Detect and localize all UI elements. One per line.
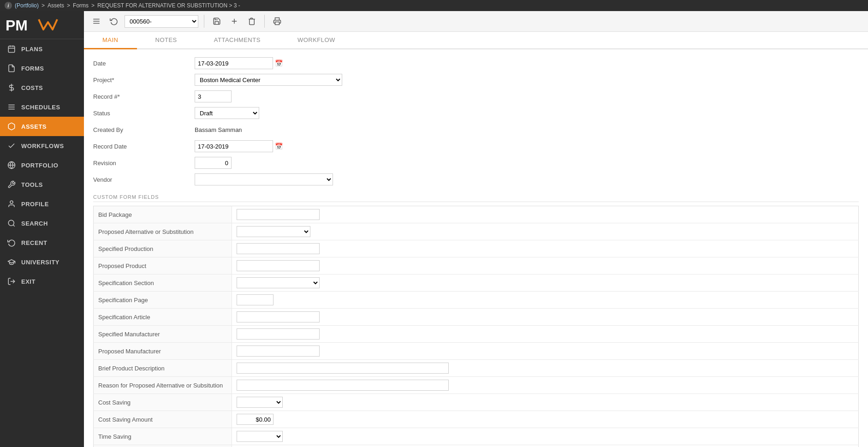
tab-attachments[interactable]: ATTACHMENTS — [196, 32, 279, 49]
dollar-icon — [6, 83, 17, 93]
breadcrumb-sep2: > — [67, 2, 70, 9]
sidebar-item-forms[interactable]: FORMS — [0, 59, 84, 78]
field-value-cost-saving-amount — [232, 411, 859, 428]
table-row: Brief Product Description — [94, 360, 859, 377]
proposed-alt-select[interactable] — [237, 226, 310, 237]
tab-workflow[interactable]: WORKFLOW — [279, 32, 354, 49]
date-label: Date — [93, 60, 195, 67]
record-date-input[interactable] — [195, 140, 273, 152]
sidebar-item-search[interactable]: SEARCH — [0, 214, 84, 233]
reason-input[interactable] — [237, 380, 449, 391]
breadcrumb-sep3: > — [91, 2, 95, 9]
custom-fields-section-header: CUSTOM FORM FIELDS — [93, 190, 859, 202]
sidebar-item-university[interactable]: UNIVERSITY — [0, 252, 84, 272]
field-value-time-saving — [232, 428, 859, 445]
print-button[interactable] — [270, 15, 284, 27]
status-select[interactable]: Draft — [195, 107, 259, 119]
brief-desc-input[interactable] — [237, 363, 449, 374]
field-label-cost-saving-amount: Cost Saving Amount — [94, 411, 232, 428]
list-button[interactable] — [89, 15, 103, 27]
field-label-spec-section: Specification Section — [94, 274, 232, 292]
revision-input[interactable] — [195, 157, 232, 169]
sidebar-label-university: UNIVERSITY — [21, 259, 59, 266]
globe-icon — [6, 160, 17, 170]
svg-text:PM: PM — [6, 17, 28, 34]
date-wrap: 📅 — [195, 57, 283, 69]
bars-icon — [6, 102, 17, 112]
breadcrumb-portfolio[interactable]: (Portfolio) — [15, 2, 39, 9]
bid-package-input[interactable] — [237, 209, 320, 220]
field-label-proposed-alt: Proposed Alternative or Substitution — [94, 223, 232, 240]
breadcrumb-assets: Assets — [48, 2, 64, 9]
undo-button[interactable] — [107, 15, 121, 27]
sidebar-item-portfolio[interactable]: PORTFOLIO — [0, 155, 84, 175]
sidebar-label-recent: RECENT — [21, 239, 47, 246]
proposed-product-input[interactable] — [237, 260, 320, 271]
sidebar-label-forms: FORMS — [21, 65, 44, 72]
specified-manufacturer-input[interactable] — [237, 328, 320, 340]
info-icon: i — [5, 2, 12, 9]
sidebar-label-portfolio: PORTFOLIO — [21, 162, 58, 169]
field-label-time-saving: Time Saving — [94, 428, 232, 445]
app-logo: PM — [0, 11, 84, 39]
sidebar-label-plans: PLANS — [21, 46, 43, 53]
record-number-input[interactable] — [195, 90, 232, 102]
svg-point-11 — [10, 201, 13, 203]
table-row: Proposed Product — [94, 257, 859, 274]
date-input[interactable] — [195, 57, 273, 69]
sidebar-label-tools: TOOLS — [21, 181, 43, 188]
proposed-manufacturer-input[interactable] — [237, 346, 320, 357]
spec-article-input[interactable] — [237, 311, 320, 322]
sidebar-item-costs[interactable]: COSTS — [0, 78, 84, 97]
time-saving-select[interactable] — [237, 431, 283, 442]
add-button[interactable] — [227, 15, 241, 27]
field-value-proposed-product — [232, 257, 859, 274]
delete-button[interactable] — [245, 15, 259, 27]
spec-page-input[interactable] — [237, 294, 273, 305]
project-select[interactable]: Boston Medical Center — [195, 74, 342, 86]
revision-row: Revision — [93, 156, 859, 169]
cost-saving-amount-input[interactable] — [237, 414, 273, 425]
tab-main[interactable]: MAIN — [84, 32, 137, 49]
field-value-spec-section — [232, 274, 859, 292]
toolbar-divider-2 — [264, 15, 265, 28]
field-label-cost-saving: Cost Saving — [94, 394, 232, 411]
revision-label: Revision — [93, 160, 195, 167]
field-label-spec-page: Specification Page — [94, 292, 232, 309]
sidebar-item-schedules[interactable]: SCHEDULES — [0, 97, 84, 117]
spec-section-select[interactable] — [237, 277, 320, 288]
tabs: MAIN NOTES ATTACHMENTS WORKFLOW — [84, 32, 868, 49]
sidebar-item-workflows[interactable]: WORKFLOWS — [0, 136, 84, 155]
sidebar-item-plans[interactable]: PLANS — [0, 39, 84, 59]
vendor-select[interactable] — [195, 173, 333, 185]
sidebar-item-profile[interactable]: PROFILE — [0, 194, 84, 214]
sidebar-item-exit[interactable]: EXIT — [0, 272, 84, 291]
sidebar-item-tools[interactable]: TOOLS — [0, 175, 84, 194]
record-selector-wrap: 000560- — [125, 15, 198, 28]
table-row: Proposed Alternative or Substitution — [94, 223, 859, 240]
save-button[interactable] — [210, 15, 224, 27]
date-calendar-icon[interactable]: 📅 — [275, 60, 283, 67]
breadcrumb-sep1: > — [42, 2, 45, 9]
sidebar-label-profile: PROFILE — [21, 201, 49, 208]
svg-line-13 — [13, 225, 14, 226]
check-icon — [6, 141, 17, 151]
record-selector[interactable]: 000560- — [125, 15, 198, 28]
breadcrumb-forms: Forms — [73, 2, 89, 9]
field-value-proposed-alt — [232, 223, 859, 240]
cost-saving-select[interactable] — [237, 397, 283, 408]
sidebar-item-recent[interactable]: RECENT — [0, 233, 84, 252]
field-value-spec-article — [232, 309, 859, 326]
record-date-calendar-icon[interactable]: 📅 — [275, 143, 283, 150]
field-label-reason: Reason for Proposed Alternative or Subsi… — [94, 377, 232, 394]
tab-notes[interactable]: NOTES — [137, 32, 196, 49]
field-value-time-saving-amount — [232, 445, 859, 447]
svg-rect-1 — [8, 46, 15, 53]
table-row: Time Saving — [94, 428, 859, 445]
sidebar-label-search: SEARCH — [21, 220, 48, 227]
created-by-label: Created By — [93, 126, 195, 133]
sidebar-item-assets[interactable]: ASSETS — [0, 117, 84, 136]
form-area: Date 📅 Project* Boston Medical Center Re… — [84, 49, 868, 447]
svg-rect-20 — [275, 22, 279, 25]
specified-production-input[interactable] — [237, 243, 320, 254]
